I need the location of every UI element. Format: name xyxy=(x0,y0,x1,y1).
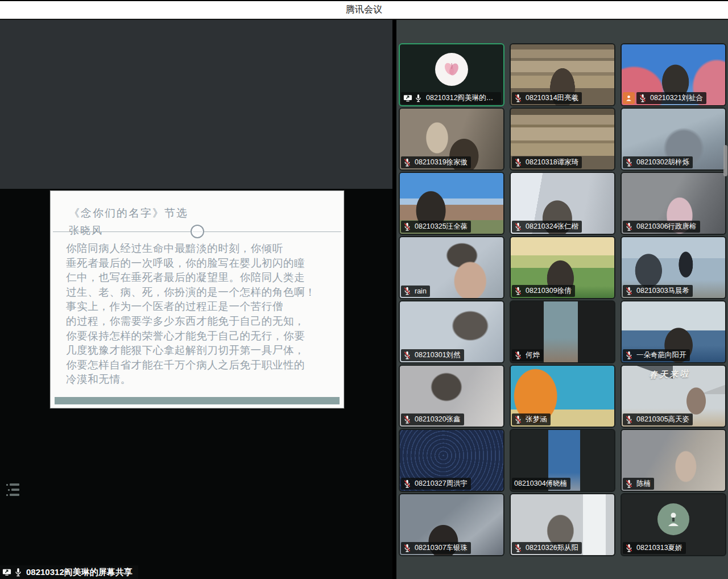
participant-name: 08210319徐家傲 xyxy=(415,158,468,167)
participant-tile-zhangmenghan[interactable]: 张梦涵 xyxy=(511,366,614,427)
participant-name: 何烨 xyxy=(526,350,540,360)
participant-tile-08210303[interactable]: 08210303马晨希 xyxy=(622,237,725,298)
participant-name: 08210304傅晓楠 xyxy=(514,479,567,489)
shared-screen-background xyxy=(0,20,392,189)
screen-share-icon xyxy=(403,94,412,103)
participant-name-bar: 08210314田亮羲 xyxy=(512,92,582,104)
mic-muted-icon xyxy=(625,351,634,360)
mic-muted-icon xyxy=(403,479,412,489)
meeting-main-area: 《念你们的名字》节选 张晓风 你陪同病人经过生命中最黯淡的时刻，你倾听垂死者最后… xyxy=(0,20,728,579)
participant-name-bar: 08210319徐家傲 xyxy=(401,156,471,168)
participant-name-bar: 08210318谭家琦 xyxy=(512,156,582,168)
participant-name-bar: 08210306行政唐榕 xyxy=(623,221,700,233)
slide-body-line: 你要保持怎样的荣誉心才能免于自己的无行，你要 xyxy=(66,329,338,344)
mic-muted-icon xyxy=(403,415,412,424)
participant-name-bar: 08210302胡梓烁 xyxy=(623,156,693,168)
participant-tile-08210304[interactable]: 08210304傅晓楠 xyxy=(511,430,614,491)
mic-muted-icon xyxy=(403,544,412,553)
participant-tile-08210321[interactable]: 08210321刘祉合 xyxy=(622,44,725,105)
participant-name: 08210306行政唐榕 xyxy=(636,222,697,231)
slide-body-line: 事实上，作为一个医者的过程正是一个苦行僧 xyxy=(66,299,338,314)
participant-tile-08210320[interactable]: 08210320张鑫 xyxy=(400,366,503,427)
app-title: 腾讯会议 xyxy=(346,4,382,16)
participant-name-bar: 陈楠 xyxy=(623,478,654,490)
share-status-text: 08210312阎美琳的屏幕共享 xyxy=(26,567,133,578)
participant-tile-08210326[interactable]: 08210326郑从阳 xyxy=(511,494,614,555)
participant-name: 08210303马晨希 xyxy=(636,286,689,296)
member-badge-icon xyxy=(623,92,635,104)
mic-muted-icon xyxy=(514,94,523,103)
participant-tile-08210302[interactable]: 08210302胡梓烁 xyxy=(622,109,725,169)
participant-tile-08210305[interactable]: 春天来啦 xyxy=(622,366,725,427)
participant-tile-08210306[interactable]: 08210306行政唐榕 xyxy=(622,173,725,234)
participant-name-bar: 08210327周洪宇 xyxy=(401,478,471,490)
participant-name: 08210301刘然 xyxy=(415,350,461,360)
participant-tile-yiduoqipa[interactable]: 一朵奇葩向阳开 xyxy=(622,301,725,362)
participant-name: rain xyxy=(415,287,427,295)
mic-muted-icon xyxy=(625,287,634,296)
mic-muted-icon xyxy=(403,158,412,167)
mic-muted-icon xyxy=(625,415,634,424)
slide-author: 张晓风 xyxy=(69,224,103,237)
mic-muted-icon xyxy=(639,94,648,103)
slide-body-line: 你要怎样自省才能在千万个病人之后免于职业性的 xyxy=(66,358,338,373)
participant-tile-08210301[interactable]: 08210301刘然 xyxy=(400,301,503,362)
participant-tile-08210325[interactable]: 08210325汪全葆 xyxy=(400,173,503,234)
grid-scrollbar-thumb[interactable] xyxy=(723,145,727,176)
slide-body-text: 你陪同病人经过生命中最黯淡的时刻，你倾听垂死者最后的一次呼吸，你的脸写在婴儿初闪… xyxy=(66,241,338,387)
mic-muted-icon xyxy=(514,222,523,231)
slide-footer-bar xyxy=(55,397,340,404)
mic-muted-icon xyxy=(514,351,523,360)
mic-muted-icon xyxy=(625,479,634,489)
mic-on-icon xyxy=(415,94,424,103)
person-avatar xyxy=(657,503,689,535)
participant-tile-08210309[interactable]: 08210309徐倩 xyxy=(511,237,614,298)
participant-name-bar: 一朵奇葩向阳开 xyxy=(623,349,690,361)
slide-body-line: 的过程，你需要学多少东西才能免于自己的无知， xyxy=(66,314,338,329)
participant-grid: 08210312阎美琳的屏... xyxy=(396,20,728,579)
mic-muted-icon xyxy=(514,287,523,296)
mic-muted-icon xyxy=(403,351,412,360)
slide-body-line: 过生、老、病、死，你扮演的是一个怎样的角色啊！ xyxy=(66,285,338,300)
participant-tile-rain[interactable]: rain xyxy=(400,237,503,298)
participant-tile-08210314[interactable]: 08210314田亮羲 xyxy=(511,44,614,105)
participant-tile-08210319[interactable]: 08210319徐家傲 xyxy=(400,109,503,169)
participant-name-bar: 08210303马晨希 xyxy=(623,285,693,297)
slide-body-line: 你陪同病人经过生命中最黯淡的时刻，你倾听 xyxy=(66,241,338,256)
participant-name: 08210321刘祉合 xyxy=(650,93,703,103)
slide-body-line: 几度犹豫才能狠下心拿起解剖刀切开第一具尸体， xyxy=(66,343,338,358)
participant-name: 08210314田亮羲 xyxy=(526,93,578,103)
mic-muted-icon xyxy=(625,158,634,167)
participant-tile-08210318[interactable]: 08210318谭家琦 xyxy=(511,109,614,169)
heart-avatar xyxy=(435,53,468,86)
screen-share-status-label: 08210312阎美琳的屏幕共享 xyxy=(0,565,138,579)
slide-body-line: 仁中，也写在垂死者最后的凝望里。你陪同人类走 xyxy=(66,270,338,285)
participant-tile-08210324[interactable]: 08210324张仁楷 xyxy=(511,173,614,234)
participant-name: 08210327周洪宇 xyxy=(415,479,468,489)
mic-muted-icon xyxy=(625,544,634,553)
participant-tile-08210313[interactable]: 08210313夏娇 xyxy=(622,494,725,555)
participant-tile-chennan[interactable]: 陈楠 xyxy=(622,430,725,491)
participant-name: 08210325汪全葆 xyxy=(415,222,468,231)
slide-body-line: 垂死者最后的一次呼吸，你的脸写在婴儿初闪的瞳 xyxy=(66,256,338,271)
participant-name: 08210326郑从阳 xyxy=(526,543,578,553)
participant-tile-heye[interactable]: 何烨 xyxy=(511,301,614,362)
slide-title: 《念你们的名字》节选 xyxy=(69,206,188,221)
participant-tile-08210312[interactable]: 08210312阎美琳的屏... xyxy=(400,44,503,105)
participant-tile-08210307[interactable]: 08210307车银珠 xyxy=(400,494,503,555)
screen-share-view: 《念你们的名字》节选 张晓风 你陪同病人经过生命中最黯淡的时刻，你倾听垂死者最后… xyxy=(0,20,392,579)
participant-name-bar: 08210326郑从阳 xyxy=(512,542,582,554)
window-title-bar: 腾讯会议 xyxy=(0,0,728,20)
mic-muted-icon xyxy=(514,158,523,167)
participant-name-bar: 08210324张仁楷 xyxy=(512,221,582,233)
list-toggle-icon[interactable] xyxy=(5,481,23,501)
participant-name: 张梦涵 xyxy=(526,415,547,424)
tile-overlay-text: 春天来啦 xyxy=(622,367,717,382)
participant-name: 08210313夏娇 xyxy=(636,543,682,553)
participant-name-bar: 08210325汪全葆 xyxy=(401,221,471,233)
participant-tile-08210327[interactable]: 08210327周洪宇 xyxy=(400,430,503,491)
presenter-pointer-ring xyxy=(191,225,204,238)
shared-slide: 《念你们的名字》节选 张晓风 你陪同病人经过生命中最黯淡的时刻，你倾听垂死者最后… xyxy=(50,191,344,408)
mic-on-icon xyxy=(14,568,23,577)
participant-name: 一朵奇葩向阳开 xyxy=(636,350,686,360)
